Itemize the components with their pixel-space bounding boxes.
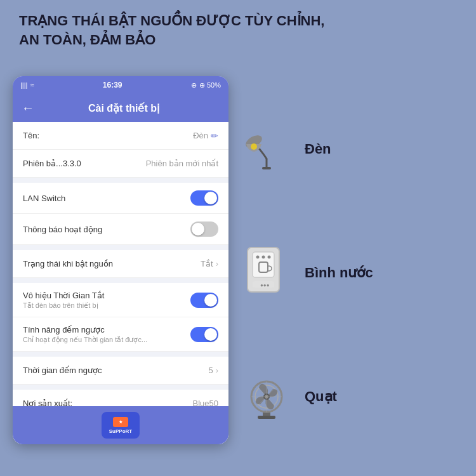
nav-bar: ← Cài đặt thiết bị <box>13 94 228 122</box>
version-row: Phiên bả...3.3.0 Phiên bản mới nhất <box>13 150 228 178</box>
divider-5 <box>13 385 228 390</box>
name-value: Đèn ✏ <box>193 131 218 141</box>
countdown-feature-labels: Tính năng đếm ngược Chỉ hoạt động nếu Th… <box>23 325 190 344</box>
disable-timer-row: Vô hiệu Thời Gian Tắt Tắt đèn báo trên t… <box>13 283 228 317</box>
status-battery: ⊕ ⊕ 50% <box>191 81 221 89</box>
svg-point-8 <box>268 256 271 259</box>
notification-label: Thông báo hoạt động <box>23 225 102 234</box>
water-label: Bình nước <box>305 265 373 281</box>
logo-icon: ★ <box>113 417 128 427</box>
countdown-time-row[interactable]: Thời gian đếm ngược 5 › <box>13 357 228 385</box>
lan-switch-toggle[interactable] <box>190 190 218 206</box>
fan-label: Quạt <box>305 388 337 405</box>
svg-rect-13 <box>258 416 275 419</box>
phone-mockup: |||| ≈ 16:39 ⊕ ⊕ 50% ← Cài đặt thiết bị … <box>13 76 228 444</box>
phone-footer: ★ SuPPoRT <box>13 406 228 444</box>
battery-icon: ⊕ <box>191 81 197 89</box>
water-heater-icon: ●●● <box>241 244 292 301</box>
lamp-device: Đèn <box>241 124 331 175</box>
svg-point-6 <box>256 256 260 259</box>
power-state-row[interactable]: Trạng thái khi bật nguồn Tắt › <box>13 250 228 278</box>
notification-row: Thông báo hoạt động <box>13 214 228 245</box>
phone-content: Tên: Đèn ✏ Phiên bả...3.3.0 Phiên bản mớ… <box>13 122 228 444</box>
name-label: Tên: <box>23 131 39 140</box>
lamp-icon <box>241 124 292 175</box>
lan-switch-label: LAN Switch <box>23 194 65 203</box>
status-bar: |||| ≈ 16:39 ⊕ ⊕ 50% <box>13 76 228 94</box>
nav-title: Cài đặt thiết bị <box>41 102 207 114</box>
version-value: Phiên bản mới nhất <box>146 159 218 168</box>
divider-3 <box>13 278 228 283</box>
countdown-feature-sub: Chỉ hoạt động nếu Thời gian tắt được... <box>23 336 190 344</box>
fan-device: Quạt <box>241 371 337 422</box>
disable-timer-labels: Vô hiệu Thời Gian Tắt Tắt đèn báo trên t… <box>23 291 190 310</box>
divider-1 <box>13 178 228 183</box>
svg-text:●●●: ●●● <box>260 282 270 288</box>
disable-timer-sub: Tắt đèn báo trên thiết bị <box>23 301 190 310</box>
back-button[interactable]: ← <box>22 101 34 116</box>
status-signal: |||| ≈ <box>20 81 34 89</box>
lan-switch-row: LAN Switch <box>13 183 228 214</box>
name-row: Tên: Đèn ✏ <box>13 122 228 150</box>
divider-2 <box>13 245 228 250</box>
countdown-feature-row: Tính năng đếm ngược Chỉ hoạt động nếu Th… <box>13 317 228 352</box>
wifi-icon: ≈ <box>30 81 34 89</box>
fan-icon-svg <box>241 371 292 422</box>
chevron-icon: › <box>216 259 218 268</box>
edit-icon[interactable]: ✏ <box>211 131 218 141</box>
countdown-time-value: 5 › <box>208 366 218 375</box>
device-icons-panel: Đèn ●●● Bình nước <box>241 76 470 470</box>
battery-percent: ⊕ 50% <box>199 81 221 89</box>
svg-point-3 <box>251 143 257 150</box>
header-line1: TRẠNG THÁI BẬT NGUỒN ĐƯỢC TÙY CHỈNH, <box>19 11 457 30</box>
disable-timer-toggle[interactable] <box>190 293 218 308</box>
signal-icon: |||| <box>20 81 27 89</box>
countdown-feature-main: Tính năng đếm ngược <box>23 325 190 334</box>
power-state-label: Trạng thái khi bật nguồn <box>23 259 113 268</box>
header-line2: AN TOÀN, ĐẢM BẢO <box>19 30 457 50</box>
power-state-value: Tắt › <box>201 259 218 268</box>
lamp-label: Đèn <box>305 141 331 157</box>
logo-text: SuPPoRT <box>109 428 132 434</box>
support-logo: ★ SuPPoRT <box>102 412 140 439</box>
page-header: TRẠNG THÁI BẬT NGUỒN ĐƯỢC TÙY CHỈNH, AN … <box>19 11 457 49</box>
countdown-chevron-icon: › <box>216 366 218 375</box>
status-time: 16:39 <box>103 81 122 89</box>
disable-timer-main: Vô hiệu Thời Gian Tắt <box>23 291 190 300</box>
notification-toggle[interactable] <box>190 221 218 237</box>
version-label: Phiên bả...3.3.0 <box>23 159 81 168</box>
water-device: ●●● Bình nước <box>241 244 373 301</box>
divider-4 <box>13 352 228 357</box>
svg-point-7 <box>262 256 265 259</box>
countdown-time-label: Thời gian đếm ngược <box>23 366 102 375</box>
countdown-feature-toggle[interactable] <box>190 327 218 342</box>
